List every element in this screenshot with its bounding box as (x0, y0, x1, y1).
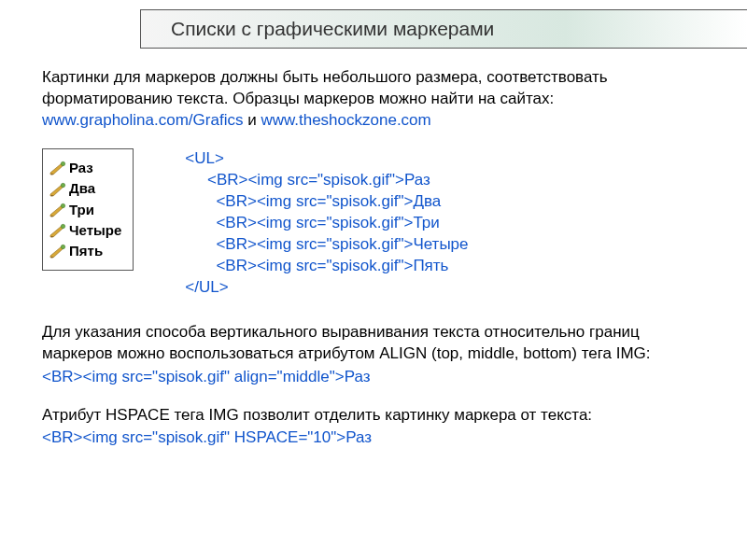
list-item: Пять (49, 242, 121, 260)
align-paragraph: Для указания способа вертикального вырав… (42, 322, 705, 365)
list-item-label: Два (69, 179, 95, 198)
bullet-icon (49, 160, 67, 176)
list-item: Четыре (49, 221, 121, 240)
code-line-align: <BR><img src="spisok.gif" align="middle"… (42, 367, 705, 388)
code-block-ul: <UL> <BR><img src="spisok.gif">Раз <BR><… (185, 148, 468, 299)
intro-paragraph: Картинки для маркеров должны быть неболь… (42, 67, 705, 132)
example-list-box: Раз Два Три (42, 148, 134, 271)
svg-point-3 (61, 224, 64, 228)
list-item: Два (49, 179, 121, 198)
link-theshockzone[interactable]: www.theshockzone.com (261, 111, 430, 129)
code-line-hspace: <BR><img src="spisok.gif" HSPACE="10">Ра… (42, 427, 705, 449)
bullet-icon (49, 243, 67, 259)
list-item: Раз (49, 159, 121, 177)
list-item-label: Три (69, 201, 94, 219)
bullet-icon (49, 222, 67, 239)
page-title: Списки с графическими маркерами (140, 9, 747, 49)
hspace-paragraph: Атрибут HSPACE тега IMG позволит отделит… (42, 405, 705, 427)
svg-point-4 (61, 245, 64, 249)
svg-point-2 (61, 203, 64, 207)
bullet-icon (49, 202, 67, 218)
intro-text: Картинки для маркеров должны быть неболь… (42, 68, 608, 107)
svg-point-0 (61, 162, 64, 166)
list-item-label: Четыре (69, 221, 121, 240)
list-item: Три (49, 201, 121, 219)
intro-sep: и (243, 111, 261, 129)
link-grapholina[interactable]: www.grapholina.com/Grafics (42, 111, 243, 129)
list-item-label: Раз (69, 159, 93, 177)
bullet-icon (49, 181, 67, 198)
svg-point-1 (61, 183, 64, 187)
list-item-label: Пять (69, 242, 103, 260)
